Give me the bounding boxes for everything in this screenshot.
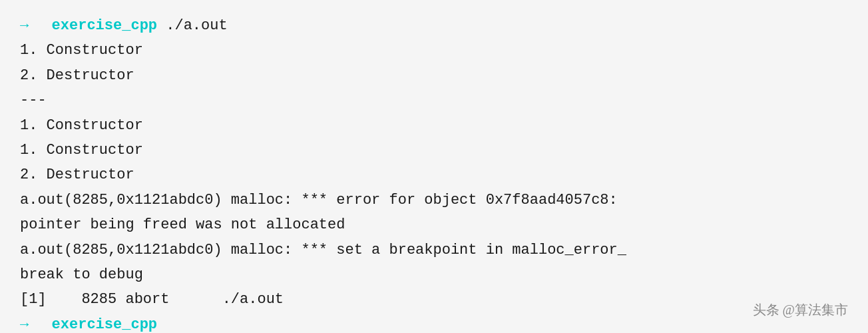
prompt-dir-2: exercise_cpp [34,312,157,333]
text-4: --- [20,88,47,113]
line-9: pointer being freed was not allocated [20,212,848,237]
text-12: [1] 8285 abort ./a.out [20,287,284,312]
line-4: --- [20,88,848,113]
line-12: [1] 8285 abort ./a.out [20,287,848,312]
text-3: 2. Destructor [20,63,134,88]
line-8: a.out(8285,0x1121abdc0) malloc: *** erro… [20,188,848,212]
prompt-arrow-2: → [20,312,29,333]
prompt-arrow-1: → [20,13,29,38]
line-1: → exercise_cpp ./a.out [20,13,848,38]
line-10: a.out(8285,0x1121abdc0) malloc: *** set … [20,238,848,262]
line-11: break to debug [20,262,848,287]
text-6: 1. Constructor [20,138,143,163]
line-6: 1. Constructor [20,138,848,163]
text-5: 1. Constructor [20,113,143,138]
line-13: → exercise_cpp [20,312,848,333]
text-11: break to debug [20,262,143,287]
prompt-cmd-1: ./a.out [157,13,228,38]
prompt-dir-1: exercise_cpp [34,13,157,38]
line-7: 2. Destructor [20,163,848,187]
line-3: 2. Destructor [20,63,848,88]
line-5: 1. Constructor [20,113,848,138]
text-10: a.out(8285,0x1121abdc0) malloc: *** set … [20,238,626,262]
watermark: 头条 @算法集市 [753,298,848,321]
watermark-text: 头条 @算法集市 [753,302,848,317]
text-8: a.out(8285,0x1121abdc0) malloc: *** erro… [20,188,618,212]
text-9: pointer being freed was not allocated [20,212,345,237]
line-2: 1. Constructor [20,38,848,63]
text-2: 1. Constructor [20,38,143,63]
terminal-window: → exercise_cpp ./a.out 1. Constructor 2.… [0,0,868,333]
text-7: 2. Destructor [20,163,134,187]
